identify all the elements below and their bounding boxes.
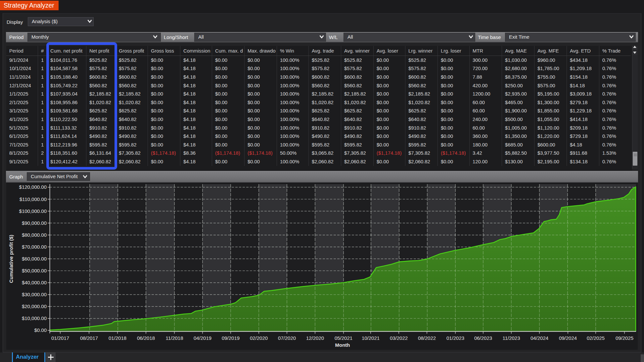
svg-text:11/2023: 11/2023	[502, 335, 520, 341]
svg-text:$0.00: $0.00	[34, 327, 47, 333]
svg-text:$100,000.00: $100,000.00	[19, 208, 47, 214]
svg-text:06/2023: 06/2023	[474, 335, 492, 341]
svg-text:Cumulative profit ($): Cumulative profit ($)	[8, 235, 14, 283]
svg-text:04/2024: 04/2024	[530, 335, 548, 341]
svg-text:$80,000.00: $80,000.00	[22, 232, 47, 238]
svg-text:09/2024: 09/2024	[559, 335, 577, 341]
svg-text:$110,000.00: $110,000.00	[20, 196, 47, 202]
svg-text:02/2020: 02/2020	[250, 335, 268, 341]
svg-text:$120,000.00: $120,000.00	[19, 184, 47, 190]
svg-text:09/2019: 09/2019	[222, 335, 240, 341]
svg-text:12/2020: 12/2020	[306, 335, 324, 341]
svg-text:01/2017: 01/2017	[51, 335, 69, 341]
svg-text:$10,000.00: $10,000.00	[22, 315, 47, 321]
svg-text:$30,000.00: $30,000.00	[22, 292, 47, 297]
svg-text:10/2021: 10/2021	[362, 335, 380, 341]
svg-text:$60,000.00: $60,000.00	[22, 256, 47, 261]
svg-text:07/2020: 07/2020	[278, 335, 296, 341]
svg-text:08/2022: 08/2022	[418, 335, 436, 341]
svg-text:Month: Month	[335, 342, 350, 348]
svg-text:$20,000.00: $20,000.00	[22, 303, 47, 309]
svg-text:$50,000.00: $50,000.00	[22, 268, 47, 273]
svg-text:06/2018: 06/2018	[137, 335, 155, 341]
svg-text:08/2017: 08/2017	[80, 335, 98, 341]
svg-text:03/2022: 03/2022	[390, 335, 408, 341]
svg-text:09/2025: 09/2025	[616, 335, 633, 341]
svg-text:$70,000.00: $70,000.00	[22, 244, 47, 250]
svg-text:02/2025: 02/2025	[587, 335, 605, 341]
svg-text:01/2023: 01/2023	[446, 335, 464, 341]
svg-text:$90,000.00: $90,000.00	[22, 220, 47, 226]
svg-text:$40,000.00: $40,000.00	[22, 280, 47, 285]
svg-text:11/2018: 11/2018	[165, 335, 183, 341]
svg-text:05/2021: 05/2021	[335, 335, 352, 341]
svg-text:04/2019: 04/2019	[194, 335, 211, 341]
svg-text:01/2018: 01/2018	[109, 335, 126, 341]
